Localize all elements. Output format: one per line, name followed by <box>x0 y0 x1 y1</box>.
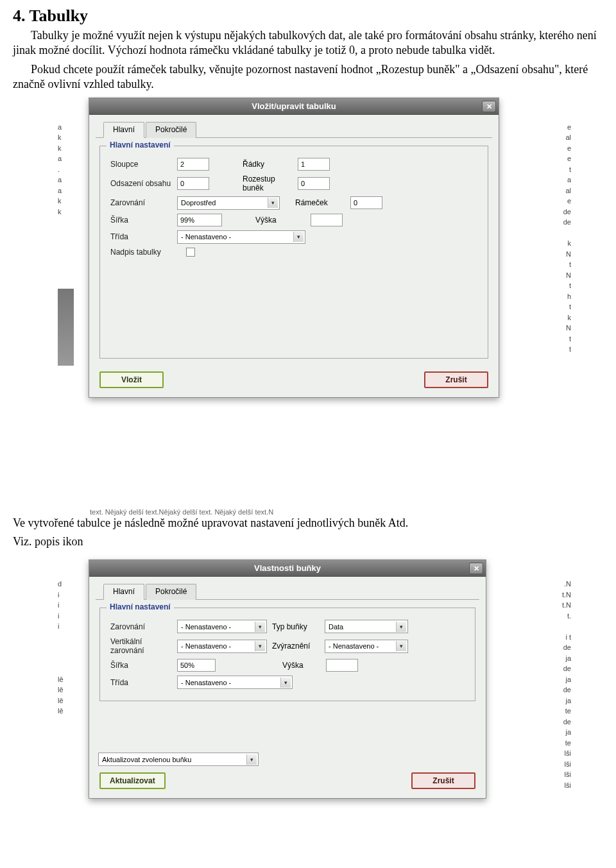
cell-type-value: Data <box>329 623 343 631</box>
fieldset-legend-2: Hlavní nastavení <box>107 602 174 611</box>
caption-checkbox[interactable] <box>186 248 195 257</box>
align-value: Doprostřed <box>181 199 216 207</box>
bg-right-fragments-2: .N t.N t.N t. i t de ja de ja de ja te d… <box>555 579 571 790</box>
chevron-down-icon: ▾ <box>255 641 265 651</box>
spacing-input[interactable] <box>298 177 330 190</box>
bg-strip <box>58 289 74 366</box>
cancel-button[interactable]: Zrušit <box>424 371 488 388</box>
cell-align-label: Zarovnání <box>110 622 172 631</box>
dialog-titlebar: Vložit/upravit tabulku ✕ <box>89 98 499 115</box>
spacing-label: Rozestup buněk <box>243 174 293 192</box>
highlight-label: Zvýraznění <box>272 642 320 651</box>
paragraph-1: Tabulky je možné využít nejen k výstupu … <box>13 28 603 58</box>
cell-align-value: - Nenastaveno - <box>181 623 231 631</box>
paragraph-between-2: Viz. popis ikon <box>13 534 603 549</box>
valign-label: Vertikální zarovnání <box>110 637 172 655</box>
cell-width-input[interactable] <box>177 659 216 672</box>
chevron-down-icon: ▾ <box>255 622 265 632</box>
chevron-down-icon: ▾ <box>268 198 278 208</box>
align-label: Zarovnání <box>110 198 172 207</box>
chevron-down-icon: ▾ <box>293 232 304 242</box>
tab-main-2[interactable]: Hlavní <box>103 584 144 600</box>
tab-advanced-2[interactable]: Pokročilé <box>146 584 196 600</box>
rows-label: Řádky <box>243 160 293 169</box>
cell-class-select[interactable]: - Nenastaveno - ▾ <box>177 676 293 689</box>
cols-input[interactable] <box>177 158 209 171</box>
padding-label: Odsazení obsahu <box>110 179 172 188</box>
tab-advanced[interactable]: Pokročilé <box>146 122 196 138</box>
align-select[interactable]: Doprostřed ▾ <box>177 196 280 210</box>
border-label: Rámeček <box>295 198 345 207</box>
close-icon[interactable]: ✕ <box>482 101 496 112</box>
cell-width-label: Šířka <box>110 661 172 670</box>
cell-type-select[interactable]: Data ▾ <box>325 620 408 633</box>
section-heading: 4. Tabulky <box>13 6 603 26</box>
dialog-tabs-2: Hlavní Pokročilé <box>96 577 479 600</box>
cell-main-settings-fieldset: Hlavní nastavení Zarovnání - Nenastaveno… <box>99 608 475 701</box>
insert-table-dialog: Vložit/upravit tabulku ✕ Hlavní Pokročil… <box>89 98 499 398</box>
close-icon[interactable]: ✕ <box>469 563 483 574</box>
bg-right-fragments: e al e e t a al e de de k N t N t h t k … <box>555 122 571 355</box>
rows-input[interactable] <box>298 158 330 171</box>
class-select[interactable]: - Nenastaveno - ▾ <box>177 230 305 244</box>
update-scope-select[interactable]: Aktualizovat zvolenou buňku ▾ <box>98 753 259 766</box>
cell-type-label: Typ buňky <box>272 622 320 631</box>
border-input[interactable] <box>350 196 382 209</box>
screenshot-area-2: d i i i i lě lě lě lě .N t.N t.N t. i t … <box>58 553 571 829</box>
class-label: Třída <box>110 232 172 241</box>
caption-label: Nadpis tabulky <box>110 248 181 257</box>
cols-label: Sloupce <box>110 160 172 169</box>
chevron-down-icon: ▾ <box>280 677 291 688</box>
insert-button[interactable]: Vložit <box>99 371 164 388</box>
cancel-button-2[interactable]: Zrušit <box>411 772 475 789</box>
dialog-titlebar-2: Vlastnosti buňky ✕ <box>89 560 486 577</box>
screenshot-area-1: a k k a . a a k k e al e e t a al e de d… <box>58 96 571 507</box>
height-label: Výška <box>255 216 305 225</box>
cell-align-select[interactable]: - Nenastaveno - ▾ <box>177 620 267 633</box>
dialog-title: Vložit/upravit tabulku <box>252 101 336 111</box>
valign-value: - Nenastaveno - <box>181 642 231 650</box>
update-scope-value: Aktualizovat zvolenou buňku <box>102 756 191 763</box>
cell-properties-dialog: Vlastnosti buňky ✕ Hlavní Pokročilé Hlav… <box>89 559 486 799</box>
width-input[interactable] <box>177 214 222 226</box>
dialog-title-2: Vlastnosti buňky <box>254 563 321 573</box>
chevron-down-icon: ▾ <box>246 754 257 765</box>
highlight-select[interactable]: - Nenastaveno - ▾ <box>325 640 408 653</box>
height-input[interactable] <box>311 214 343 226</box>
cell-height-input[interactable] <box>326 659 358 672</box>
tab-main[interactable]: Hlavní <box>103 122 144 138</box>
bg-left-fragments-2: d i i i i lě lě lě lě <box>58 579 74 717</box>
fieldset-legend: Hlavní nastavení <box>107 140 174 149</box>
cell-class-value: - Nenastaveno - <box>181 679 231 686</box>
cell-height-label: Výška <box>282 661 321 670</box>
highlight-value: - Nenastaveno - <box>329 642 379 650</box>
dialog-button-row: Vložit Zrušit <box>89 365 499 397</box>
chevron-down-icon: ▾ <box>396 622 406 632</box>
dialog-button-row-2: Aktualizovat Zrušit <box>89 766 486 798</box>
valign-select[interactable]: - Nenastaveno - ▾ <box>177 640 267 653</box>
background-bottom-text: text. Nějaký delší text.Nějaký delší tex… <box>13 507 603 516</box>
main-settings-fieldset: Hlavní nastavení Sloupce Řádky Odsazení … <box>99 146 488 359</box>
paragraph-2: Pokud chcete použít rámeček tabulky, věn… <box>13 62 603 92</box>
padding-input[interactable] <box>177 177 209 190</box>
width-label: Šířka <box>110 216 172 225</box>
cell-class-label: Třída <box>110 678 172 687</box>
paragraph-between-1: Ve vytvořené tabulce je následně možné u… <box>13 516 603 531</box>
bg-left-fragments: a k k a . a a k k <box>58 122 74 312</box>
dialog-tabs: Hlavní Pokročilé <box>96 115 492 138</box>
update-button[interactable]: Aktualizovat <box>99 772 166 789</box>
chevron-down-icon: ▾ <box>396 641 406 651</box>
class-value: - Nenastaveno - <box>181 233 231 241</box>
